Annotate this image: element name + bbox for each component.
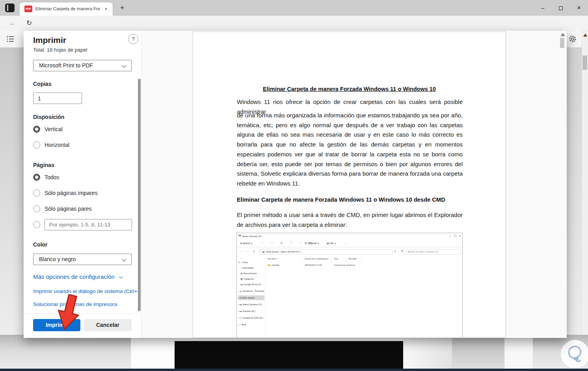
viewer-scrollbar-thumb[interactable]: [582, 56, 587, 70]
sidebar-item-googledrive: ▬Google Drive (G:: [240, 282, 267, 287]
viewer-right-edge: [567, 48, 582, 335]
radio-label: Todos: [45, 174, 59, 180]
more-settings-link[interactable]: Más opciones de configuración: [33, 273, 139, 280]
tab-actions-icon[interactable]: [5, 4, 15, 12]
home-icon: ⌂: [240, 261, 242, 263]
column-header-nombre: Nombre ˄: [268, 258, 278, 260]
radio-icon[interactable]: [33, 221, 40, 228]
background-page-1: [131, 335, 404, 369]
sidebar-label: Este equipo: [242, 297, 255, 299]
radio-icon[interactable]: [33, 205, 40, 212]
copies-label: Copias: [33, 81, 52, 87]
folder-icon: [268, 264, 270, 267]
sidebar-label: Descargas: [242, 267, 254, 269]
minimize-button[interactable]: –: [534, 0, 552, 16]
tab-title: Eliminar Carpeta de manera Forz: [35, 6, 100, 13]
cancel-button[interactable]: Cancelar: [84, 319, 132, 331]
chevron-down-icon: [119, 275, 123, 278]
preview-scrollbar-thumb[interactable]: [560, 38, 564, 48]
column-divider: [346, 257, 347, 262]
footer-divider: [24, 313, 141, 313]
copies-input[interactable]: [33, 93, 82, 104]
background-page-3: [504, 335, 533, 369]
column-divider: [360, 257, 360, 262]
drive-icon: ▬: [240, 303, 242, 306]
sidebar-item-inicio: ∨ ⌂Inicio: [238, 260, 264, 265]
printer-select[interactable]: Microsoft Print to PDF: [33, 60, 132, 71]
this-pc-icon: ⊞: [240, 297, 242, 299]
chevron-down-icon: [122, 257, 126, 261]
column-divider: [331, 257, 332, 262]
color-select[interactable]: Blanco y negro: [33, 254, 132, 265]
search-placeholder: Buscar en Datos Solvetic (F:): [408, 250, 438, 253]
dialog-scrollbar-thumb[interactable]: [138, 79, 141, 311]
new-tab-button[interactable]: +: [117, 3, 127, 13]
close-button[interactable]: ×: [570, 0, 588, 16]
sidebar-label: Datos Solvetic (F:): [243, 303, 262, 306]
explorer-sidebar: ∨ ⌂Inicio ↓Descargas ▤Documentos ▦Imágen…: [237, 256, 265, 338]
sidebar-item-imagenes: ▦Imágenes: [240, 276, 267, 281]
viewer-left-edge: [0, 48, 24, 335]
refresh-icon[interactable]: ↻: [24, 19, 34, 28]
scroll-up-icon[interactable]: [583, 33, 587, 37]
file-row-modified: 28/06/2022 9:40: [305, 264, 322, 266]
radio-icon[interactable]: [33, 141, 40, 148]
contents-icon[interactable]: [6, 35, 15, 43]
sidebar-item-red: › ⌗Red: [238, 322, 264, 327]
viewer-scrollbar[interactable]: [582, 31, 588, 371]
address-bar: ← ↻ i Archivo | C:/Users/solvetic/Docume…: [0, 16, 588, 31]
sort-label: Ordenar: [307, 242, 316, 245]
explorer-navbar: ← → ∨ ↑ ▬ › Este equipo › Datos Solvetic…: [237, 247, 462, 256]
sidebar-label: Documentos: [244, 272, 257, 275]
column-header-tipo: Tipo: [334, 258, 338, 260]
maximize-icon: [559, 6, 563, 10]
tab-close-icon[interactable]: ×: [102, 6, 110, 13]
radio-selected-icon[interactable]: [33, 126, 40, 133]
preview-scroll-up-icon[interactable]: [560, 33, 565, 36]
sidebar-label: Google Drive (G:: [244, 283, 261, 286]
system-dialog-link[interactable]: Imprimir usando el diálogo de sistema (C…: [33, 288, 140, 294]
custom-pages-input[interactable]: [45, 219, 132, 230]
back-icon[interactable]: ←: [8, 19, 17, 28]
crumb-drive-icon: ▬: [262, 250, 264, 253]
radio-icon[interactable]: [33, 189, 40, 197]
explorer-view-button: ▤ Ver ∨: [327, 242, 336, 245]
search-icon: ⌕: [406, 250, 407, 253]
tab-actions-glyph-slot: [7, 5, 8, 11]
print-dialog: Imprimir ? Total: 18 hojas de papel Micr…: [24, 31, 141, 338]
drive-icon: [238, 235, 241, 236]
radio-label: Sólo páginas pares: [45, 206, 92, 212]
pdf-page: Eliminar Carpeta de manera Forzada Windo…: [193, 32, 506, 338]
new-plus-icon: ⊕: [240, 242, 242, 245]
color-selected-value: Blanco y negro: [39, 256, 76, 262]
sheets-total: Total: 18 hojas de papel: [33, 47, 87, 53]
explorer-new-button: ⊕ Nuevo ∨: [240, 242, 253, 245]
maximize-button[interactable]: [552, 0, 570, 16]
sort-icon: ⇅: [305, 242, 307, 245]
gear-icon[interactable]: [568, 35, 577, 43]
color-label: Color: [33, 241, 48, 248]
browser-tab[interactable]: PDF Eliminar Carpeta de manera Forz ×: [20, 2, 113, 16]
chevron-down-icon: [122, 63, 126, 67]
printer-selected-value: Microsoft Print to PDF: [39, 62, 93, 69]
help-button[interactable]: ?: [128, 34, 138, 44]
more-settings-text: Más opciones de configuración: [33, 273, 115, 280]
annotation-arrow-icon: [56, 294, 81, 331]
new-label: Nuevo: [243, 242, 250, 245]
column-divider: [302, 257, 303, 262]
background-gap: [452, 335, 504, 369]
crumb-sep: ›: [265, 250, 266, 253]
radio-label: Sólo páginas impares: [45, 190, 98, 196]
file-row-type: Carpeta de archivos: [334, 264, 355, 266]
crumb-sep: ›: [279, 250, 280, 253]
sidebar-item-documentos: ▤Documentos: [240, 271, 267, 276]
sidebar-label: Unidad de DVD (D:): [242, 317, 263, 319]
radio-selected-icon[interactable]: [33, 174, 40, 181]
document-section-heading: Eliminar Carpeta de manera Forzada Windo…: [237, 197, 463, 203]
explorer-breadcrumb: ▬ › Este equipo › Datos Solvetic (F:) ›: [260, 249, 393, 254]
explorer-search-box: ⌕ Buscar en Datos Solvetic (F:): [404, 249, 461, 254]
explorer-sort-button: ⇅ Ordenar ∨: [305, 242, 319, 245]
troubleshoot-link[interactable]: Solucionar problemas de impresora: [33, 301, 140, 307]
explorer-title: Datos Solvetic (F:): [242, 235, 262, 237]
title-bar: PDF Eliminar Carpeta de manera Forz × + …: [0, 0, 588, 16]
